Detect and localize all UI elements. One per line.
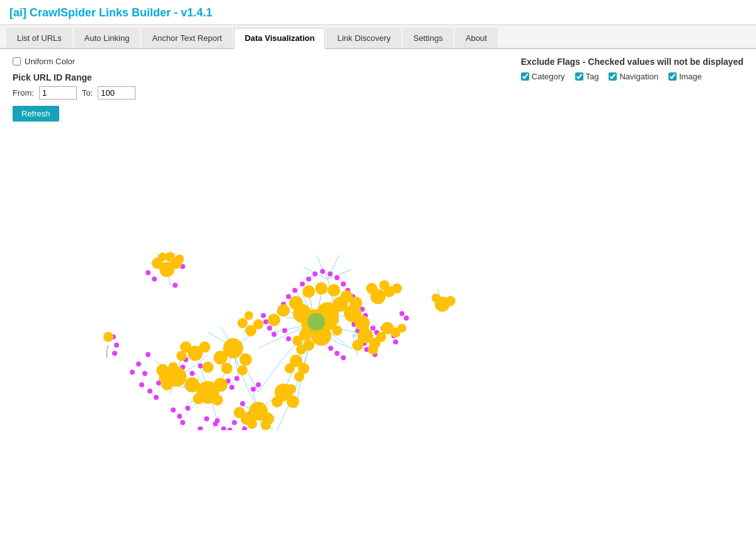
url-range-section: Pick URL ID Range From: To:: [13, 72, 135, 100]
svg-point-90: [261, 313, 266, 318]
svg-point-111: [328, 284, 340, 297]
svg-point-59: [328, 271, 333, 276]
svg-point-167: [352, 339, 364, 351]
svg-point-188: [307, 313, 325, 331]
tab-about[interactable]: About: [455, 28, 498, 48]
svg-point-106: [289, 296, 303, 310]
svg-point-92: [282, 328, 287, 333]
svg-point-115: [214, 351, 227, 365]
tab-data-visualization[interactable]: Data Visualization: [234, 28, 325, 49]
to-input[interactable]: [98, 86, 135, 100]
svg-point-87: [272, 332, 277, 337]
svg-point-113: [350, 297, 362, 309]
svg-point-118: [221, 363, 232, 374]
svg-point-61: [341, 282, 346, 287]
svg-point-157: [379, 280, 389, 290]
svg-point-187: [294, 372, 304, 382]
svg-point-34: [242, 426, 247, 430]
svg-point-169: [368, 344, 378, 355]
svg-point-98: [112, 351, 117, 356]
svg-point-182: [253, 319, 263, 329]
svg-point-175: [292, 336, 302, 346]
svg-point-128: [168, 362, 178, 372]
flag-navigation-label: Navigation: [619, 72, 658, 81]
svg-point-95: [341, 355, 346, 360]
svg-point-8: [146, 352, 151, 357]
tab-auto-linking[interactable]: Auto Linking: [74, 28, 140, 48]
svg-point-25: [221, 426, 226, 430]
svg-point-1: [146, 270, 151, 275]
svg-point-88: [267, 326, 272, 331]
main-content: Uniform Color Pick URL ID Range From: To…: [0, 49, 756, 438]
network-graph-svg: [13, 128, 743, 430]
svg-point-178: [332, 326, 342, 336]
refresh-button[interactable]: Refresh: [13, 106, 59, 122]
visualization-area: [13, 128, 743, 430]
svg-point-7: [142, 371, 147, 376]
flag-category-label: Category: [532, 72, 565, 81]
top-controls: Uniform Color Pick URL ID Range From: To…: [13, 57, 743, 122]
svg-point-176: [296, 344, 306, 355]
svg-point-17: [177, 414, 182, 419]
svg-point-137: [287, 395, 299, 408]
svg-point-179: [329, 315, 339, 325]
svg-point-54: [292, 288, 297, 293]
svg-point-5: [136, 361, 141, 367]
svg-point-123: [193, 393, 204, 404]
svg-point-93: [328, 346, 333, 351]
flag-category-item: Category: [521, 72, 565, 81]
svg-point-22: [204, 416, 209, 421]
svg-point-68: [286, 294, 291, 299]
tab-anchor-text-report[interactable]: Anchor Text Report: [141, 28, 232, 48]
from-input[interactable]: [39, 86, 77, 100]
right-controls: Exclude Flags - Checked values will not …: [521, 57, 743, 81]
svg-point-135: [261, 420, 271, 430]
svg-point-183: [244, 311, 253, 320]
svg-point-164: [103, 332, 113, 342]
svg-point-134: [247, 419, 257, 429]
svg-point-138: [272, 396, 283, 407]
svg-point-35: [227, 428, 232, 430]
flag-image-checkbox[interactable]: [668, 72, 677, 81]
uniform-color-row: Uniform Color: [13, 57, 135, 66]
flag-category-checkbox[interactable]: [521, 72, 529, 81]
svg-point-109: [302, 285, 315, 298]
svg-point-133: [234, 407, 245, 418]
svg-point-84: [393, 339, 398, 344]
svg-point-20: [190, 371, 195, 376]
svg-point-86: [404, 316, 409, 321]
tab-settings[interactable]: Settings: [403, 28, 454, 48]
flag-navigation-checkbox[interactable]: [609, 72, 617, 81]
app-title: [ai] CrawlSpider Links Builder - v1.4.1: [0, 0, 756, 25]
svg-point-186: [285, 363, 295, 373]
flag-tag-item: Tag: [575, 72, 599, 81]
tab-link-discovery[interactable]: Link Discovery: [326, 28, 401, 48]
svg-point-121: [185, 377, 200, 392]
range-inputs: From: To:: [13, 86, 135, 100]
flag-navigation-item: Navigation: [609, 72, 658, 81]
svg-point-129: [159, 373, 169, 384]
svg-point-139: [286, 384, 296, 394]
tab-list-of-urls[interactable]: List of URLs: [6, 28, 72, 48]
svg-point-116: [239, 353, 252, 366]
svg-point-6: [130, 370, 135, 375]
flag-tag-checkbox[interactable]: [575, 72, 583, 81]
svg-point-24: [198, 426, 203, 430]
svg-point-158: [392, 283, 402, 293]
flag-tag-label: Tag: [586, 72, 599, 81]
svg-point-19: [180, 420, 185, 425]
svg-point-57: [312, 271, 318, 276]
svg-point-122: [214, 378, 227, 392]
svg-point-91: [286, 336, 291, 341]
svg-point-30: [240, 401, 245, 406]
svg-point-117: [202, 361, 214, 373]
svg-point-85: [399, 311, 404, 316]
flags-checkboxes: Category Tag Navigation Image: [521, 72, 743, 81]
svg-point-108: [268, 314, 280, 326]
svg-point-9: [139, 382, 144, 387]
svg-point-3: [173, 283, 178, 288]
uniform-color-checkbox[interactable]: [13, 57, 21, 65]
left-controls: Uniform Color Pick URL ID Range From: To…: [13, 57, 135, 122]
flag-image-item: Image: [668, 72, 702, 81]
svg-point-156: [366, 283, 377, 294]
